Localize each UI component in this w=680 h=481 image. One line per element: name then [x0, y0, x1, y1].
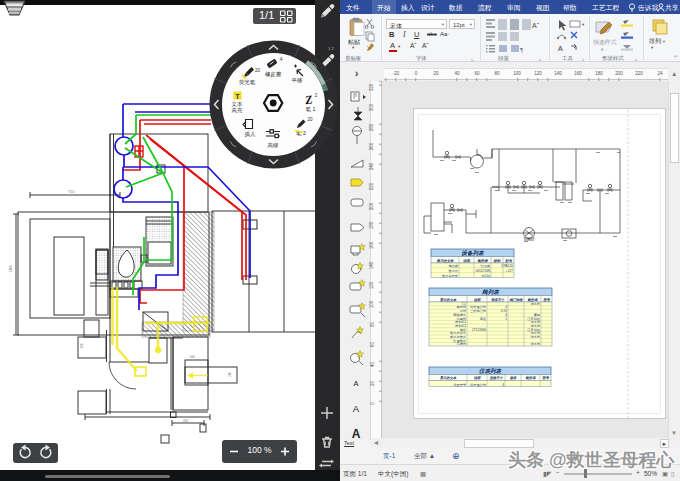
svg-text:20: 20	[307, 117, 313, 122]
svg-text:810: 810	[80, 343, 84, 348]
svg-text:阀门种类: 阀门种类	[509, 298, 523, 302]
svg-text:0411294N: 0411294N	[476, 269, 491, 273]
svg-text:循环温控阀: 循环温控阀	[470, 383, 486, 387]
svg-text:清水阀: 清水阀	[530, 335, 540, 339]
svg-text:热水循环泵: 热水循环泵	[442, 274, 458, 278]
svg-text:制造商: 制造商	[526, 376, 537, 380]
svg-text:A: A	[353, 403, 360, 414]
svg-text:A: A	[558, 45, 563, 52]
svg-text:▾: ▾	[582, 22, 585, 27]
svg-text:440: 440	[190, 355, 195, 359]
svg-text:清水阀: 清水阀	[530, 342, 540, 346]
svg-text:¶: ¶	[520, 47, 523, 53]
svg-text:7150: 7150	[68, 190, 75, 194]
svg-text:制造商: 制造商	[477, 259, 488, 263]
svg-text:▾: ▾	[601, 47, 604, 52]
svg-text:说明: 说明	[463, 259, 470, 263]
svg-text:型号: 型号	[541, 376, 549, 380]
svg-text:型号: 型号	[504, 259, 512, 263]
svg-text:20: 20	[255, 68, 261, 73]
svg-text:m12a: m12a	[482, 274, 490, 278]
svg-text:显示的文本: 显示的文本	[436, 259, 455, 263]
svg-text:阀列表: 阀列表	[482, 289, 500, 295]
svg-text:管道尺寸: 管道尺寸	[491, 298, 505, 302]
svg-text:Aˆ: Aˆ	[532, 22, 540, 29]
svg-text:4: 4	[280, 57, 283, 62]
svg-text:服务: 服务	[509, 376, 517, 380]
svg-text:储压罐: 储压罐	[448, 264, 458, 268]
svg-text:显示的文本: 显示的文本	[439, 376, 457, 380]
svg-text:仪表列表: 仪表列表	[479, 368, 503, 375]
svg-text:马桶阀: 马桶阀	[456, 342, 466, 346]
svg-text:平移: 平移	[292, 77, 303, 84]
svg-text:450: 450	[183, 419, 188, 423]
svg-text:三联混合阀: 三联混合阀	[470, 309, 486, 313]
svg-text:显示的文本: 显示的文本	[439, 298, 457, 302]
svg-text:5800: 5800	[9, 265, 13, 272]
svg-text:热水器: 热水器	[448, 269, 458, 273]
svg-text:高亮: 高亮	[232, 107, 243, 114]
svg-text:恒压罐: 恒压罐	[479, 264, 490, 268]
svg-text:荧光笔: 荧光笔	[239, 79, 256, 86]
svg-text:高级: 高级	[268, 142, 279, 148]
svg-text:清水阀: 清水阀	[530, 302, 540, 306]
svg-text:240: 240	[228, 372, 232, 377]
svg-text:设备列表: 设备列表	[461, 250, 485, 256]
svg-text:2: 2	[315, 93, 318, 98]
svg-text:变径: 变径	[480, 317, 487, 321]
svg-text:说明: 说明	[474, 298, 481, 302]
svg-text:材料: 材料	[493, 259, 501, 263]
svg-text:27113466: 27113466	[472, 328, 486, 332]
svg-text:4: 4	[502, 383, 504, 387]
svg-text:型号: 型号	[542, 298, 550, 302]
svg-text:插入: 插入	[245, 131, 256, 138]
svg-text:流量开关: 流量开关	[453, 383, 467, 387]
svg-text:连接尺寸: 连接尺寸	[488, 376, 503, 380]
svg-text:A: A	[352, 427, 361, 440]
svg-text:T: T	[236, 93, 240, 100]
svg-text:1: 1	[505, 317, 507, 321]
svg-text:CPA120: CPA120	[501, 264, 513, 268]
svg-text:说明: 说明	[474, 376, 481, 380]
svg-text:快速样式: 快速样式	[593, 39, 616, 45]
svg-text:橡皮擦: 橡皮擦	[265, 71, 282, 78]
svg-text:+12T: +12T	[506, 269, 513, 273]
svg-text:A: A	[353, 379, 358, 388]
